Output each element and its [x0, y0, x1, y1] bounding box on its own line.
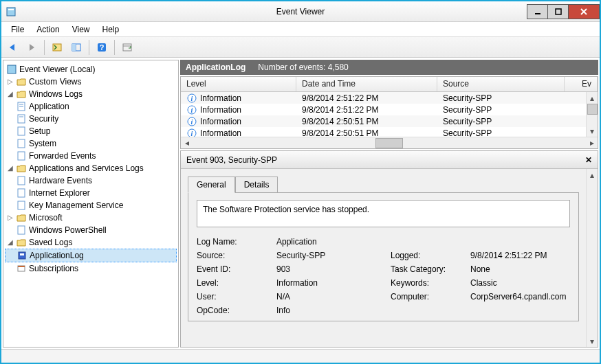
col-level[interactable]: Level — [181, 77, 296, 91]
grid-vscrollbar[interactable]: ▴ ▾ — [586, 92, 598, 137]
tree-wl-system[interactable]: System — [5, 137, 177, 150]
collapse-icon[interactable]: ◢ — [6, 162, 14, 174]
log-icon — [16, 150, 27, 161]
log-icon — [16, 175, 27, 186]
menu-help[interactable]: Help — [97, 23, 125, 36]
cell-date: 9/8/2014 2:51:22 PM — [296, 105, 437, 115]
tree-apps-services[interactable]: ◢Applications and Services Logs — [5, 162, 177, 174]
tree-wl-forwarded[interactable]: Forwarded Events — [5, 150, 177, 162]
lbl-computer: Computer: — [391, 292, 466, 302]
window-title: Event Viewer — [1, 7, 600, 16]
svg-rect-20 — [18, 115, 25, 123]
col-eventid[interactable]: Ev — [565, 77, 598, 91]
saved-log-icon — [17, 250, 28, 261]
folder-icon — [16, 163, 27, 174]
tree-custom-views[interactable]: ▷Custom Views — [5, 76, 177, 88]
tree-label: Internet Explorer — [29, 187, 90, 199]
tab-general[interactable]: General — [188, 177, 235, 193]
tree-label: System — [29, 137, 56, 150]
tree-wl-security[interactable]: Security — [5, 113, 177, 125]
log-icon — [16, 138, 27, 149]
scroll-thumb[interactable] — [375, 138, 403, 148]
detail-close-button[interactable]: ✕ — [585, 155, 592, 165]
client-area: Event Viewer (Local) ▷Custom Views ◢Wind… — [1, 58, 600, 349]
val-level: Information — [276, 278, 386, 288]
scroll-left-icon[interactable]: ◂ — [181, 137, 193, 148]
tree-label: ApplicationLog — [30, 249, 84, 262]
table-row[interactable]: iInformation9/8/2014 2:51:22 PMSecurity-… — [181, 104, 598, 115]
cell-source: Security-SPP — [437, 105, 565, 115]
tree-subscriptions[interactable]: Subscriptions — [5, 262, 177, 275]
svg-rect-11 — [72, 44, 76, 51]
tree-saved-logs[interactable]: ◢Saved Logs — [5, 236, 177, 249]
scroll-up-icon[interactable]: ▴ — [587, 92, 598, 104]
tree-saved-applicationlog[interactable]: ApplicationLog — [5, 249, 177, 262]
table-row[interactable]: iInformation9/8/2014 2:51:22 PMSecurity-… — [181, 92, 598, 104]
cell-level: Information — [200, 93, 241, 103]
tree-as-hardware[interactable]: Hardware Events — [5, 174, 177, 187]
svg-marker-6 — [10, 44, 14, 51]
svg-text:i: i — [191, 106, 193, 114]
tree-as-ie[interactable]: Internet Explorer — [5, 187, 177, 199]
info-icon: i — [186, 128, 197, 137]
val-opcode: Info — [276, 306, 386, 315]
collapse-icon[interactable]: ◢ — [6, 88, 14, 100]
scroll-down-icon[interactable]: ▾ — [587, 335, 598, 347]
collapse-icon[interactable]: ◢ — [6, 236, 14, 249]
tab-page-general: The Software Protection service has stop… — [188, 192, 579, 321]
tree-root[interactable]: Event Viewer (Local) — [5, 63, 177, 76]
log-name: ApplicationLog — [186, 62, 245, 72]
tree-wl-application[interactable]: Application — [5, 100, 177, 113]
refresh-button[interactable] — [119, 39, 135, 56]
titlebar[interactable]: Event Viewer — [1, 1, 600, 22]
menu-action[interactable]: Action — [31, 23, 65, 36]
scroll-up-icon[interactable]: ▴ — [587, 169, 598, 181]
menu-file[interactable]: File — [6, 23, 30, 36]
toolbar: ? — [1, 37, 600, 58]
back-button[interactable] — [4, 39, 21, 56]
toolbar-separator — [89, 40, 89, 55]
folder-icon — [16, 89, 27, 100]
lbl-eventid: Event ID: — [197, 264, 272, 274]
tree-label: Forwarded Events — [29, 150, 96, 162]
tab-details[interactable]: Details — [235, 177, 278, 193]
val-logged: 9/8/2014 2:51:22 PM — [470, 251, 570, 260]
scroll-down-icon[interactable]: ▾ — [587, 125, 598, 137]
show-hide-tree-button[interactable] — [49, 39, 65, 56]
detail-tabs: General Details — [188, 176, 579, 192]
table-row[interactable]: iInformation9/8/2014 2:50:51 PMSecurity-… — [181, 115, 598, 127]
tree-as-microsoft[interactable]: ▷Microsoft — [5, 212, 177, 224]
tree-windows-logs[interactable]: ◢Windows Logs — [5, 88, 177, 100]
forward-button[interactable] — [23, 39, 40, 56]
val-logname: Application — [276, 237, 386, 247]
table-row[interactable]: iInformation9/8/2014 2:50:51 PMSecurity-… — [181, 127, 598, 137]
tree-as-wps[interactable]: Windows PowerShell — [5, 224, 177, 236]
scroll-thumb[interactable] — [587, 104, 598, 115]
menu-bar: File Action View Help — [1, 22, 600, 37]
col-date[interactable]: Date and Time — [296, 77, 437, 91]
cell-source: Security-SPP — [437, 128, 565, 137]
lbl-user: User: — [197, 292, 272, 302]
events-grid: Level Date and Time Source Ev iInformati… — [180, 76, 598, 149]
tree-as-kms[interactable]: Key Management Service — [5, 199, 177, 212]
detail-vscrollbar[interactable]: ▴ ▾ — [586, 169, 598, 347]
panes-button[interactable] — [68, 39, 85, 56]
svg-rect-22 — [18, 127, 25, 135]
col-source[interactable]: Source — [437, 77, 565, 91]
expand-icon[interactable]: ▷ — [6, 212, 14, 224]
tree-label: Application — [29, 100, 69, 113]
expand-icon[interactable]: ▷ — [6, 76, 14, 88]
log-icon — [16, 126, 27, 137]
val-task: None — [470, 264, 570, 274]
val-user: N/A — [276, 292, 386, 302]
scroll-right-icon[interactable]: ▸ — [586, 137, 598, 148]
grid-body[interactable]: iInformation9/8/2014 2:51:22 PMSecurity-… — [181, 92, 598, 137]
tree-pane[interactable]: Event Viewer (Local) ▷Custom Views ◢Wind… — [3, 60, 179, 348]
tree-label: Saved Logs — [29, 236, 72, 249]
tree-wl-setup[interactable]: Setup — [5, 125, 177, 137]
eventviewer-icon — [6, 64, 17, 75]
help-button[interactable]: ? — [94, 39, 110, 56]
menu-view[interactable]: View — [67, 23, 96, 36]
tree-label: Security — [29, 113, 58, 125]
grid-hscrollbar[interactable]: ◂ ▸ — [181, 137, 598, 148]
